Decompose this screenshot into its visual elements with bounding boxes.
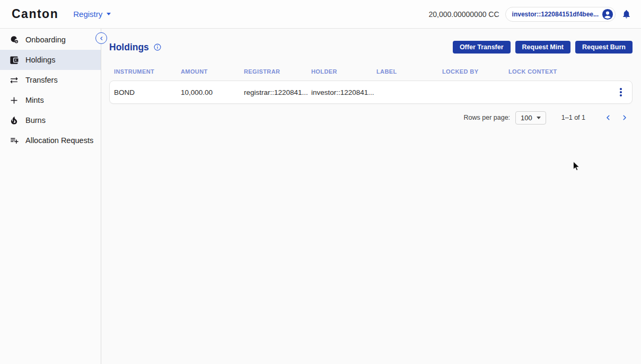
- sidebar-item-label: Holdings: [25, 56, 55, 64]
- chevron-left-icon: [99, 35, 104, 41]
- swap-arrows-icon: [9, 75, 19, 85]
- table-row: BOND 10,000.00 registrar::1220841... inv…: [109, 81, 633, 104]
- pagination-range-label: 1–1 of 1: [561, 114, 585, 121]
- column-header-label: LABEL: [376, 68, 442, 75]
- column-header-lock-context: LOCK CONTEXT: [508, 68, 628, 75]
- wallet-icon: [9, 55, 19, 65]
- table-header-row: INSTRUMENT AMOUNT REGISTRAR HOLDER LABEL…: [109, 65, 633, 78]
- workspace-selector-label: Registry: [73, 10, 102, 19]
- column-header-instrument: INSTRUMENT: [114, 68, 181, 75]
- info-icon[interactable]: [153, 43, 162, 51]
- sidebar-item-burns[interactable]: Burns: [0, 110, 101, 130]
- sidebar-item-label: Burns: [25, 116, 46, 125]
- avatar-icon: [602, 8, 613, 20]
- topbar-right: 20,000.00000000 CC investor::122084151df…: [428, 7, 631, 22]
- main-header: Holdings Offer Transfer Request Mint Req…: [109, 40, 633, 54]
- request-burn-button[interactable]: Request Burn: [575, 41, 633, 54]
- rows-per-page-label: Rows per page:: [464, 114, 511, 121]
- topbar: Canton Registry 20,000.00000000 CC inves…: [0, 0, 641, 29]
- workspace-selector[interactable]: Registry: [73, 10, 111, 19]
- chevron-down-icon: [537, 117, 541, 119]
- rows-per-page-select[interactable]: 100: [515, 111, 546, 125]
- next-page-button[interactable]: [616, 114, 633, 121]
- sidebar-item-allocation-requests[interactable]: Allocation Requests: [0, 130, 101, 150]
- flame-icon: [9, 116, 19, 126]
- sidebar-collapse-button[interactable]: [95, 32, 107, 44]
- cell-amount: 10,000.00: [181, 88, 244, 96]
- cell-instrument: BOND: [114, 88, 181, 96]
- user-id-label: investor::122084151df4bee...: [512, 11, 599, 18]
- user-chip[interactable]: investor::122084151df4bee...: [505, 7, 616, 22]
- balance-text: 20,000.00000000 CC: [428, 10, 499, 19]
- playlist-add-icon: [9, 136, 19, 146]
- page-title: Holdings: [109, 42, 149, 53]
- action-buttons: Offer Transfer Request Mint Request Burn: [453, 41, 633, 54]
- column-header-locked-by: LOCKED BY: [442, 68, 508, 75]
- offer-transfer-button[interactable]: Offer Transfer: [453, 41, 511, 54]
- cell-registrar: registrar::1220841...: [244, 88, 311, 96]
- app-logo: Canton: [12, 7, 58, 21]
- chevron-down-icon: [107, 13, 111, 15]
- column-header-amount: AMOUNT: [181, 68, 244, 75]
- column-header-registrar: REGISTRAR: [244, 68, 311, 75]
- sidebar-item-onboarding[interactable]: Onboarding: [0, 30, 101, 50]
- main-content: Holdings Offer Transfer Request Mint Req…: [101, 29, 641, 364]
- notifications-bell-icon[interactable]: [621, 9, 631, 19]
- sidebar-item-label: Mints: [25, 96, 44, 104]
- sidebar-item-label: Onboarding: [25, 35, 66, 44]
- person-gear-icon: [9, 35, 19, 45]
- cell-holder: investor::1220841...: [311, 88, 376, 96]
- sidebar-item-mints[interactable]: Mints: [0, 90, 101, 110]
- pagination: Rows per page: 100 1–1 of 1: [109, 109, 633, 126]
- rows-per-page-value: 100: [521, 114, 532, 122]
- request-mint-button[interactable]: Request Mint: [515, 41, 570, 54]
- column-header-holder: HOLDER: [311, 68, 376, 75]
- previous-page-button[interactable]: [600, 114, 616, 121]
- row-kebab-menu-icon[interactable]: [614, 84, 628, 100]
- sidebar: Onboarding Holdings Transfers: [0, 29, 101, 364]
- sidebar-item-label: Transfers: [25, 76, 58, 84]
- plus-icon: [9, 95, 19, 105]
- sidebar-item-transfers[interactable]: Transfers: [0, 70, 101, 90]
- sidebar-item-holdings[interactable]: Holdings: [0, 50, 101, 70]
- sidebar-item-label: Allocation Requests: [25, 136, 93, 145]
